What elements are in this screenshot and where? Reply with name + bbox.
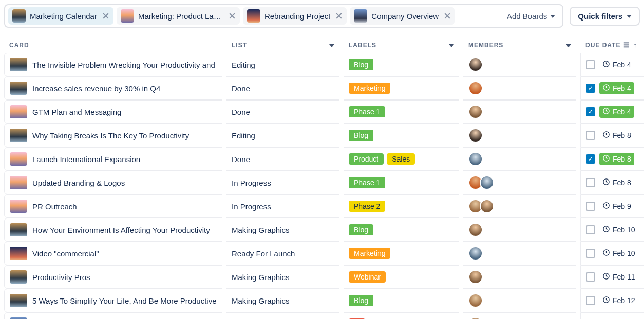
card-cell[interactable]: PR Outreach — [4, 194, 222, 218]
avatar[interactable] — [468, 81, 483, 95]
avatar[interactable] — [468, 293, 483, 308]
list-cell[interactable]: In Progress — [226, 194, 339, 218]
avatar[interactable] — [468, 223, 483, 237]
quick-filters-button[interactable]: Quick filters — [570, 7, 640, 26]
members-cell[interactable] — [463, 218, 576, 242]
column-header-members[interactable]: MEMBERS — [463, 37, 576, 53]
card-cell[interactable]: How Your Environment Is Affecting Your P… — [4, 218, 222, 242]
add-boards-button[interactable]: Add Boards — [503, 10, 559, 23]
list-cell[interactable]: In Progress — [226, 171, 339, 194]
label-badge[interactable]: Sales — [387, 153, 415, 165]
complete-checkbox[interactable] — [586, 60, 595, 69]
due-date-badge[interactable]: Feb 12 — [599, 294, 638, 307]
due-date-cell[interactable]: Feb 4 — [580, 53, 644, 76]
labels-cell[interactable]: Blog — [344, 289, 459, 312]
column-header-card[interactable]: CARD — [4, 37, 222, 53]
members-cell[interactable] — [463, 265, 576, 289]
avatar[interactable] — [468, 128, 483, 143]
labels-cell[interactable]: Blog — [344, 124, 459, 147]
members-cell[interactable] — [463, 100, 576, 124]
avatar[interactable] — [480, 175, 494, 190]
column-header-labels[interactable]: LABELS — [344, 37, 459, 53]
close-icon[interactable] — [229, 12, 236, 19]
complete-checkbox[interactable] — [586, 84, 595, 93]
avatar[interactable] — [468, 105, 483, 119]
members-cell[interactable] — [463, 171, 576, 194]
members-cell[interactable] — [463, 76, 576, 100]
due-date-badge[interactable]: Feb 8 — [599, 176, 634, 189]
column-header-due-date[interactable]: DUE DATE ☰ ↑ — [580, 37, 644, 53]
list-cell[interactable]: Making Graphics — [226, 265, 339, 289]
members-cell[interactable] — [463, 194, 576, 218]
labels-cell[interactable]: Marketing — [344, 76, 459, 100]
card-cell[interactable]: Launch International Expansion — [4, 147, 222, 171]
complete-checkbox[interactable] — [586, 296, 595, 305]
members-cell[interactable] — [463, 124, 576, 147]
due-date-cell[interactable]: Feb 10 — [580, 242, 644, 265]
due-date-cell[interactable]: Feb 4 — [580, 76, 644, 100]
card-cell[interactable]: Video "commercial" — [4, 242, 222, 265]
avatar[interactable] — [468, 57, 483, 72]
board-tab[interactable]: Rebranding Project — [243, 7, 347, 25]
complete-checkbox[interactable] — [586, 154, 595, 164]
card-cell[interactable]: GTM Plan and Messaging — [4, 100, 222, 124]
close-icon[interactable] — [444, 12, 451, 19]
label-badge[interactable]: Phase 1 — [349, 106, 385, 117]
card-cell[interactable]: The Invisible Problem Wrecking Your Prod… — [4, 53, 222, 76]
close-icon[interactable] — [335, 12, 343, 19]
list-cell[interactable]: Done — [226, 100, 339, 124]
due-date-cell[interactable]: Feb 4 — [580, 100, 644, 124]
label-badge[interactable]: Product — [349, 153, 384, 165]
due-date-cell[interactable]: Feb 10 — [580, 218, 644, 242]
avatar[interactable] — [468, 317, 483, 319]
label-badge[interactable]: Marketing — [349, 248, 390, 259]
label-badge[interactable]: Blog — [349, 295, 373, 306]
list-cell[interactable]: Done — [226, 76, 339, 100]
members-cell[interactable] — [463, 242, 576, 265]
labels-cell[interactable]: Phase 2 — [344, 194, 459, 218]
due-date-badge[interactable]: Feb 4 — [599, 106, 634, 118]
due-date-cell[interactable]: Feb 9 — [580, 194, 644, 218]
labels-cell[interactable]: Phase 1 — [344, 100, 459, 124]
labels-cell[interactable]: Webinar — [344, 265, 459, 289]
labels-cell[interactable]: Blog — [344, 218, 459, 242]
due-date-badge[interactable]: Feb 4 — [599, 58, 634, 71]
due-date-cell[interactable]: Feb 12 — [580, 289, 644, 312]
complete-checkbox[interactable] — [586, 225, 595, 234]
due-date-badge[interactable]: Feb 10 — [599, 247, 638, 260]
due-date-cell[interactable]: Feb 8 — [580, 124, 644, 147]
avatar[interactable] — [480, 199, 494, 213]
card-cell[interactable]: Updated Branding & Logos — [4, 171, 222, 194]
card-cell[interactable]: Why Taking Breaks Is The Key To Producti… — [4, 124, 222, 147]
due-date-badge[interactable]: Feb 4 — [599, 82, 634, 94]
card-cell[interactable]: Increase sales revenue by 30% in Q4 — [4, 76, 222, 100]
complete-checkbox[interactable] — [586, 249, 595, 258]
avatar[interactable] — [468, 270, 483, 284]
due-date-badge[interactable]: Feb 10 — [599, 224, 638, 236]
complete-checkbox[interactable] — [586, 131, 595, 140]
avatar[interactable] — [468, 246, 483, 261]
list-cell[interactable]: Editing — [226, 124, 339, 147]
label-badge[interactable]: Phase 2 — [349, 201, 385, 212]
members-cell[interactable] — [463, 312, 576, 319]
labels-cell[interactable]: ProductSales — [344, 147, 459, 171]
label-badge[interactable]: Blog — [349, 224, 373, 235]
members-cell[interactable] — [463, 289, 576, 312]
due-date-badge[interactable]: Feb 9 — [599, 200, 634, 212]
due-date-badge[interactable]: Feb 8 — [599, 153, 634, 165]
complete-checkbox[interactable] — [586, 178, 595, 187]
complete-checkbox[interactable] — [586, 202, 595, 211]
card-cell[interactable]: Productivity Pros — [4, 265, 222, 289]
list-cell[interactable]: Ready For Launch — [226, 242, 339, 265]
avatar[interactable] — [468, 152, 483, 166]
label-badge[interactable]: Marketing — [349, 83, 390, 94]
card-cell[interactable]: 5 Ways To Simplify Your Life, And Be Mor… — [4, 289, 222, 312]
list-cell[interactable]: Done — [226, 147, 339, 171]
board-tab[interactable]: Marketing: Product Lau… — [117, 7, 240, 25]
label-badge[interactable]: Webinar — [349, 271, 386, 283]
label-badge[interactable]: Blog — [349, 130, 373, 141]
list-cell[interactable]: Current Projects — [226, 312, 339, 319]
labels-cell[interactable]: IT — [344, 312, 459, 319]
due-date-cell[interactable]: Feb 8 — [580, 147, 644, 171]
label-badge[interactable]: Phase 1 — [349, 177, 385, 188]
